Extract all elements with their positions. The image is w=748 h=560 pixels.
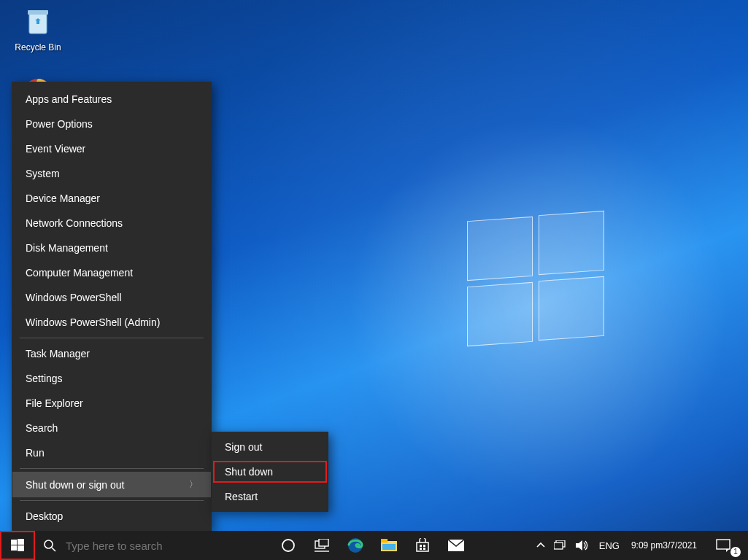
store-icon — [415, 538, 430, 553]
recycle-bin-icon — [20, 4, 55, 39]
taskbar-task-view[interactable] — [305, 531, 339, 560]
task-view-icon — [315, 539, 329, 552]
menu-item-disk-management[interactable]: Disk Management — [12, 236, 211, 260]
svg-line-10 — [52, 548, 55, 551]
windows-logo-wallpaper — [467, 219, 613, 350]
taskbar: ENG 9:09 pm 3/7/2021 1 — [0, 531, 748, 560]
menu-item-device-manager[interactable]: Device Manager — [12, 186, 211, 211]
edge-icon — [347, 537, 363, 553]
svg-rect-18 — [382, 544, 396, 550]
system-tray: ENG 9:09 pm 3/7/2021 1 — [532, 531, 748, 560]
tray-volume[interactable] — [571, 531, 593, 560]
notification-badge: 1 — [730, 547, 741, 557]
menu-item-system[interactable]: System — [12, 161, 211, 186]
svg-point-9 — [45, 540, 53, 548]
cortana-icon — [281, 538, 296, 553]
desktop-icon-recycle-bin[interactable]: Recycle Bin — [10, 4, 66, 52]
menu-separator — [20, 500, 204, 501]
submenu-item-restart[interactable]: Restart — [212, 484, 328, 509]
taskbar-cortana[interactable] — [271, 531, 305, 560]
menu-separator — [20, 338, 204, 338]
chevron-up-icon — [536, 541, 545, 550]
svg-rect-17 — [381, 539, 388, 542]
menu-separator — [20, 468, 204, 469]
taskbar-store[interactable] — [406, 531, 439, 560]
menu-item-task-manager[interactable]: Task Manager — [12, 341, 211, 366]
menu-item-windows-powershell-admin[interactable]: Windows PowerShell (Admin) — [12, 310, 211, 335]
svg-marker-27 — [576, 540, 582, 551]
start-button[interactable] — [0, 531, 35, 560]
svg-rect-1 — [28, 10, 48, 15]
menu-item-run[interactable]: Run — [12, 440, 211, 465]
clock-time: 9:09 pm — [631, 540, 663, 551]
svg-rect-22 — [420, 548, 422, 550]
menu-item-search[interactable]: Search — [12, 416, 211, 440]
taskbar-file-explorer[interactable] — [372, 531, 406, 560]
tray-clock[interactable]: 9:09 pm 3/7/2021 — [625, 531, 703, 560]
notification-icon — [716, 539, 730, 552]
desktop-icon-label: Recycle Bin — [10, 42, 66, 52]
svg-rect-8 — [18, 545, 24, 551]
tray-action-center[interactable]: 1 — [703, 531, 744, 560]
search-icon — [35, 539, 64, 552]
svg-point-11 — [282, 540, 294, 551]
winx-context-menu: Apps and Features Power Options Event Vi… — [12, 82, 212, 531]
menu-item-power-options[interactable]: Power Options — [12, 112, 211, 136]
submenu-item-shut-down[interactable]: Shut down — [212, 459, 328, 484]
svg-rect-23 — [423, 548, 425, 550]
taskbar-search[interactable] — [35, 531, 254, 560]
file-explorer-icon — [381, 539, 397, 552]
menu-item-shutdown-or-signout[interactable]: Shut down or sign out 〉 — [12, 472, 211, 497]
taskbar-edge[interactable] — [339, 531, 372, 560]
svg-rect-6 — [18, 539, 24, 545]
menu-item-windows-powershell[interactable]: Windows PowerShell — [12, 285, 211, 310]
svg-marker-29 — [726, 549, 729, 552]
mail-icon — [448, 540, 464, 551]
speaker-icon — [576, 540, 589, 551]
svg-rect-7 — [11, 545, 17, 551]
search-input[interactable] — [64, 539, 242, 553]
menu-item-settings[interactable]: Settings — [12, 366, 211, 391]
menu-item-apps-and-features[interactable]: Apps and Features — [12, 87, 211, 112]
svg-rect-5 — [11, 540, 17, 545]
chevron-right-icon: 〉 — [189, 478, 198, 491]
tray-language[interactable]: ENG — [593, 531, 625, 560]
shutdown-submenu: Sign out Shut down Restart — [212, 432, 328, 512]
tray-show-hidden[interactable] — [532, 531, 550, 560]
menu-item-network-connections[interactable]: Network Connections — [12, 211, 211, 236]
menu-item-computer-management[interactable]: Computer Management — [12, 260, 211, 285]
svg-rect-26 — [554, 542, 563, 549]
tray-monitor[interactable] — [550, 531, 571, 560]
monitor-icon — [554, 540, 567, 551]
menu-item-file-explorer[interactable]: File Explorer — [12, 391, 211, 416]
svg-rect-21 — [423, 545, 425, 547]
svg-rect-20 — [420, 545, 422, 547]
taskbar-pinned-apps — [271, 531, 473, 560]
taskbar-mail[interactable] — [439, 531, 473, 560]
svg-rect-28 — [717, 540, 730, 549]
menu-item-event-viewer[interactable]: Event Viewer — [12, 136, 211, 161]
windows-logo-icon — [11, 539, 24, 552]
menu-item-desktop[interactable]: Desktop — [12, 504, 211, 529]
submenu-item-sign-out[interactable]: Sign out — [212, 435, 328, 459]
svg-rect-13 — [319, 539, 328, 546]
svg-rect-19 — [417, 542, 428, 551]
clock-date: 3/7/2021 — [663, 540, 697, 551]
